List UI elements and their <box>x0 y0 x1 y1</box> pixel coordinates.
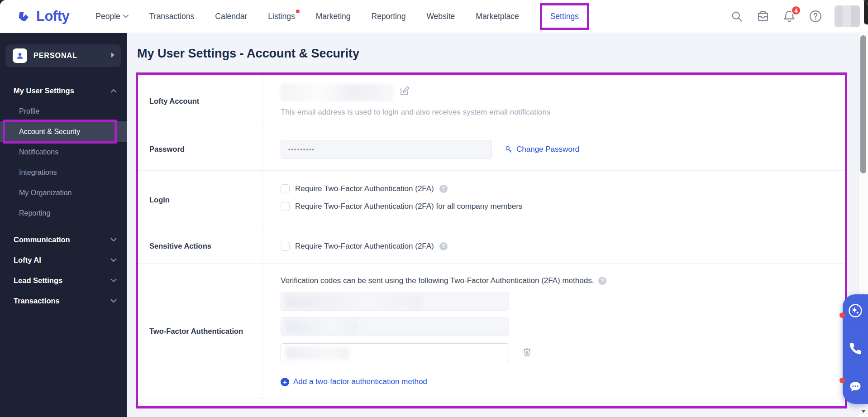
user-avatar[interactable] <box>835 5 860 27</box>
password-masked-value: ••••••••• <box>288 146 315 153</box>
nav-reporting[interactable]: Reporting <box>372 12 406 21</box>
sidebar-item-notifications[interactable]: Notifications <box>0 142 127 162</box>
help-icon[interactable] <box>808 9 823 24</box>
two-factor-label: Two-Factor Authentication <box>138 264 263 399</box>
login-row: Login Require Two-Factor Authentication … <box>138 171 845 229</box>
sidebar-item-my-organization[interactable]: My Organization <box>0 183 127 203</box>
chat-bubble-icon[interactable] <box>846 378 864 396</box>
sidebar-item-reporting[interactable]: Reporting <box>0 203 127 223</box>
primary-nav: People Transactions Calendar Listings Ma… <box>95 3 589 30</box>
sidebar-section-my-user-settings[interactable]: My User Settings <box>0 81 127 101</box>
sidebar-item-profile[interactable]: Profile <box>0 101 127 121</box>
sensitive-require-2fa-checkbox[interactable] <box>281 242 290 251</box>
edit-icon[interactable] <box>399 86 410 98</box>
chevron-right-icon <box>111 52 115 59</box>
scroll-down-arrow[interactable] <box>859 406 868 416</box>
nav-marketing[interactable]: Marketing <box>316 12 351 21</box>
top-navbar: Lofty People Transactions Calendar Listi… <box>0 0 868 33</box>
search-icon[interactable] <box>730 9 744 24</box>
require-2fa-all-members-label: Require Two-Factor Authentication (2FA) … <box>295 202 522 211</box>
nav-listings[interactable]: Listings <box>268 12 295 21</box>
add-two-factor-method-link[interactable]: + Add a two-factor authentication method <box>281 377 427 386</box>
nav-marketplace[interactable]: Marketplace <box>476 12 519 21</box>
chevron-down-icon <box>110 279 117 283</box>
chevron-up-icon <box>110 89 117 93</box>
two-factor-method-field-2 <box>281 317 509 336</box>
widget-divider <box>847 330 863 330</box>
sidebar-section-transactions[interactable]: Transactions <box>0 291 127 311</box>
redacted-method-value <box>286 321 358 333</box>
password-field[interactable]: ••••••••• <box>281 140 492 159</box>
listings-notification-dot <box>296 10 300 13</box>
password-row: Password ••••••••• Change Password <box>138 128 845 171</box>
sensitive-actions-row: Sensitive Actions Require Two-Factor Aut… <box>138 229 845 264</box>
delete-method-icon / trash-icon[interactable] <box>522 347 532 359</box>
annotation-highlight-form / account-security-form: Lofty Account This email address is used… <box>136 72 847 408</box>
sidebar-section-lead-settings[interactable]: Lead Settings <box>0 270 127 291</box>
change-password-link[interactable]: Change Password <box>505 145 579 154</box>
page-title: My User Settings - Account & Security <box>137 47 868 61</box>
two-factor-method-field-1 <box>281 292 509 311</box>
chevron-down-icon <box>123 14 129 18</box>
workspace-switcher[interactable]: PERSONAL <box>5 44 121 67</box>
bell-icon[interactable]: 4 <box>782 9 796 24</box>
two-factor-row: Two-Factor Authentication Verification c… <box>138 264 845 399</box>
sidebar-item-account-security[interactable]: Account & Security <box>0 121 127 142</box>
brand-name: Lofty <box>36 8 69 24</box>
redacted-email-value <box>281 84 394 101</box>
app-window: Lofty People Transactions Calendar Listi… <box>0 0 868 418</box>
scrollbar-thumb[interactable] <box>860 35 866 173</box>
login-label: Login <box>138 171 263 229</box>
redacted-method-value <box>286 347 349 360</box>
navbar-actions: 4 <box>730 5 862 27</box>
lofty-account-label: Lofty Account <box>138 75 263 128</box>
phone-icon[interactable] <box>846 340 864 358</box>
sensitive-actions-label: Sensitive Actions <box>138 229 263 263</box>
lofty-logo[interactable]: Lofty <box>16 8 69 24</box>
require-2fa-all-members-checkbox[interactable] <box>281 202 290 211</box>
inbox-icon[interactable] <box>756 9 770 24</box>
chevron-down-icon <box>110 238 117 242</box>
nav-settings[interactable]: Settings <box>550 12 579 21</box>
widget-notification-dot <box>839 378 845 383</box>
lofty-account-row: Lofty Account This email address is used… <box>138 75 845 128</box>
email-helper-text: This email address is used to login and … <box>281 108 836 117</box>
password-label: Password <box>138 128 263 170</box>
annotation-highlight-settings: Settings <box>540 3 589 30</box>
settings-sidebar: PERSONAL My User Settings Profile Accoun… <box>0 33 127 417</box>
two-factor-method-field-3[interactable] <box>281 343 509 362</box>
sidebar-item-integrations[interactable]: Integrations <box>0 162 127 183</box>
plus-circle-icon: + <box>281 378 289 386</box>
nav-people[interactable]: People <box>95 12 129 21</box>
widget-notification-dot <box>839 312 845 318</box>
sidebar-section-communication[interactable]: Communication <box>0 230 127 250</box>
help-tooltip-icon[interactable]: ? <box>439 185 448 193</box>
lofty-logo-icon <box>16 9 32 24</box>
notification-badge: 4 <box>791 5 801 15</box>
redacted-method-value <box>286 295 421 308</box>
two-factor-description: Verification codes can be sent using the… <box>281 276 594 285</box>
chevron-down-icon <box>110 258 117 262</box>
person-icon <box>13 48 27 63</box>
workspace-label: PERSONAL <box>33 52 111 60</box>
require-2fa-checkbox[interactable] <box>281 184 290 193</box>
sidebar-section-lofty-ai[interactable]: Lofty AI <box>0 250 127 270</box>
require-2fa-label: Require Two-Factor Authentication (2FA) <box>295 184 434 193</box>
nav-transactions[interactable]: Transactions <box>149 12 195 21</box>
nav-calendar[interactable]: Calendar <box>215 12 247 21</box>
floating-assistant-widget <box>843 294 868 404</box>
help-tooltip-icon[interactable]: ? <box>598 277 606 285</box>
widget-divider <box>847 368 863 368</box>
sensitive-require-2fa-label: Require Two-Factor Authentication (2FA) <box>295 242 434 251</box>
key-icon <box>505 145 513 154</box>
ai-assistant-icon[interactable] <box>846 302 864 320</box>
main-content: My User Settings - Account & Security Lo… <box>127 33 868 417</box>
chevron-down-icon <box>110 299 117 303</box>
nav-website[interactable]: Website <box>426 12 455 21</box>
window-corner <box>864 0 868 24</box>
help-tooltip-icon[interactable]: ? <box>439 242 448 250</box>
